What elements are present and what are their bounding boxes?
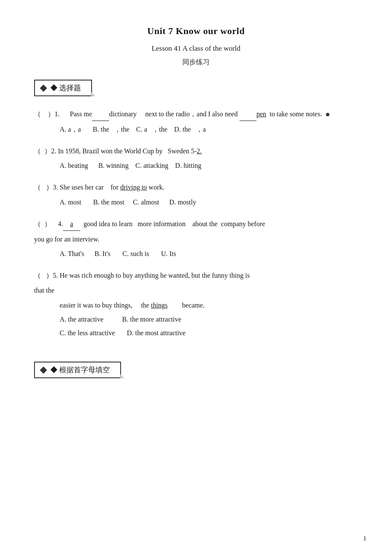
section2-box: ◆ 根据首字母填空 <box>34 362 121 378</box>
q3-options: A. most B. the most C. almost D. mostly <box>60 196 358 209</box>
q2-line: （ ）2. In 1958, Brazil won the World Cup … <box>34 145 358 158</box>
q5-line3: easier it was to buy things, the things … <box>60 299 358 312</box>
question-1: （ ）1. Pass me dictionary next to the rad… <box>34 108 358 136</box>
question-5: （ ）5. He was rich enough to buy anything… <box>34 270 358 339</box>
q1-bracket-close: ）1. <box>48 110 60 118</box>
section2-diamond <box>40 366 47 374</box>
question-2: （ ）2. In 1958, Brazil won the World Cup … <box>34 145 358 173</box>
q5-line2: that the <box>34 285 358 297</box>
section2-label: ◆ 根据首字母填空 <box>50 365 110 375</box>
q1-answer-space <box>43 110 46 118</box>
subtitle: 同步练习 <box>34 58 358 67</box>
q1-bracket: （ <box>34 110 41 118</box>
q4-line1: （ ） 4. a good idea to learn more informa… <box>34 218 358 231</box>
q1-line: （ ）1. Pass me dictionary next to the rad… <box>34 108 358 121</box>
q4-options: A. That's B. It's C. such is U. Its <box>60 248 358 260</box>
q5-options-cd: C. the less attractive D. the most attra… <box>60 327 358 339</box>
q2-options: A. beating B. winning C. attacking D. hi… <box>60 160 358 172</box>
question-4: （ ） 4. a good idea to learn more informa… <box>34 218 358 260</box>
page-title: Unit 7 Know our world <box>34 26 358 37</box>
lesson-title: Lesson 41 A class of the world <box>34 44 358 53</box>
q4-line2: you go for an interview. <box>34 233 358 246</box>
section1-box: ◆ 选择题 <box>34 80 92 96</box>
section1-diamond <box>40 84 47 92</box>
q5-options-ab: A. the attractive B. the more attractive <box>60 313 358 326</box>
q1-options: A. a，a B. the ，the C. a ，the D. the ，a <box>60 124 358 136</box>
q5-line1: （ ）5. He was rich enough to buy anything… <box>34 270 358 282</box>
q3-line: （ ）3. She uses her car for driving to wo… <box>34 181 358 194</box>
section1-label: ◆ 选择题 <box>50 83 81 93</box>
page-number: 1 <box>363 535 367 542</box>
question-3: （ ）3. She uses her car for driving to wo… <box>34 181 358 209</box>
